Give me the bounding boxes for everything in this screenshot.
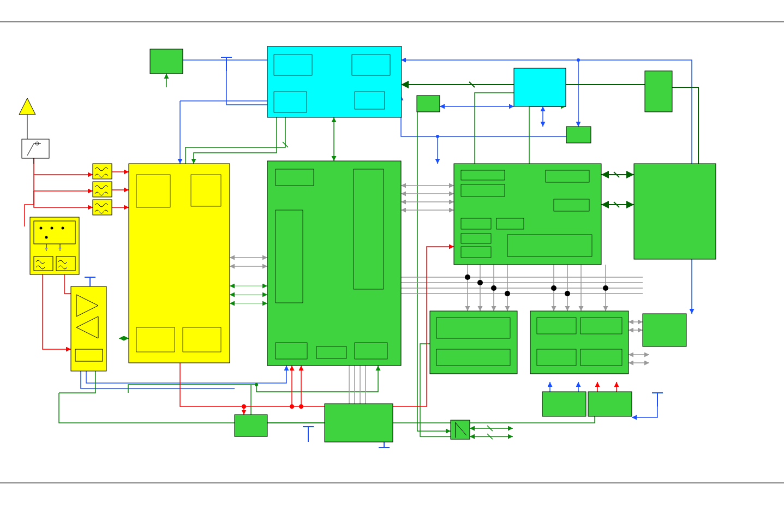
controller-block [454,164,601,265]
svg-rect-91 [451,420,470,439]
bandpass-filter [93,200,112,215]
svg-rect-40 [93,182,112,197]
svg-point-32 [242,404,246,409]
svg-rect-69 [354,169,384,289]
svg-rect-88 [580,318,622,334]
svg-marker-35 [19,98,35,115]
block [643,314,686,346]
svg-point-44 [40,227,43,230]
svg-rect-58 [191,175,221,206]
svg-rect-81 [507,235,592,256]
svg-rect-63 [352,55,390,75]
svg-point-29 [551,285,556,291]
block [566,127,591,143]
svg-rect-43 [34,221,75,244]
svg-rect-85 [436,349,510,366]
svg-rect-60 [183,327,221,352]
svg-rect-90 [580,349,622,366]
connector-block [451,420,470,439]
memory-block [530,311,629,374]
block [588,392,632,416]
block [542,392,586,416]
main-processor [267,161,401,366]
svg-point-31 [603,285,608,291]
block [235,415,267,437]
svg-point-47 [45,236,48,239]
svg-rect-75 [546,170,589,182]
amplifier-block [71,286,106,371]
transceiver-block [129,164,230,363]
rf-switch [22,139,49,164]
svg-rect-70 [276,343,307,359]
block [514,68,566,106]
ground-icon [221,57,267,105]
svg-rect-39 [93,164,112,179]
svg-point-30 [565,291,570,296]
svg-rect-41 [93,200,112,215]
svg-rect-89 [537,349,576,366]
svg-rect-37 [22,139,49,158]
svg-rect-78 [461,218,491,229]
mixer-block [30,217,79,274]
svg-rect-74 [461,170,505,180]
svg-rect-59 [136,327,175,352]
svg-rect-82 [461,247,491,258]
svg-rect-80 [461,234,491,243]
svg-rect-67 [276,169,314,186]
interface-block [325,404,393,442]
svg-rect-65 [355,92,385,109]
block [417,95,440,112]
svg-point-25 [465,274,470,280]
svg-rect-87 [537,318,576,334]
memory-block [430,311,517,374]
ground-icon [632,393,663,417]
svg-rect-77 [554,199,589,211]
svg-point-28 [505,291,510,296]
svg-rect-64 [274,92,307,112]
svg-point-45 [51,227,53,230]
diagram-canvas [0,0,784,532]
bandpass-filter [93,164,112,179]
antenna-icon [19,98,35,139]
cyan-processor [267,46,402,117]
svg-rect-71 [316,346,346,358]
bandpass-filter [93,182,112,197]
ground-icon [379,442,390,447]
svg-rect-68 [276,210,303,303]
svg-point-26 [477,280,483,285]
svg-rect-79 [496,218,524,229]
svg-rect-55 [75,349,103,361]
svg-point-46 [62,227,64,230]
block [150,49,183,74]
block [634,164,716,259]
svg-rect-62 [274,55,312,75]
svg-point-27 [491,285,496,291]
svg-rect-76 [461,184,505,196]
svg-rect-72 [355,343,387,359]
svg-rect-57 [136,175,170,207]
svg-rect-84 [436,318,510,338]
ground-icon [303,427,314,442]
block [645,71,672,112]
